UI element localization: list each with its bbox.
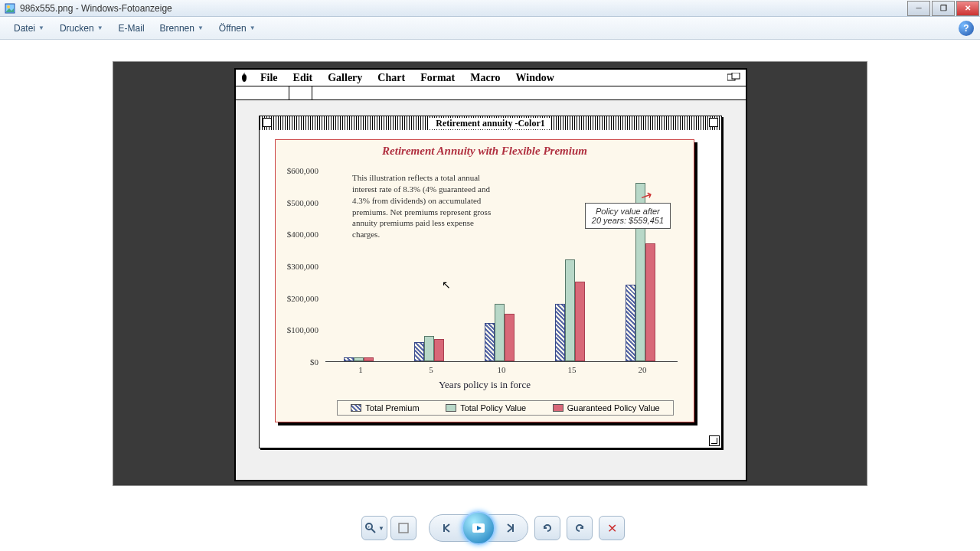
close-button[interactable]: ✕: [956, 1, 979, 16]
bar-total: [424, 336, 434, 361]
x-axis-label: Years policy is in force: [276, 379, 694, 391]
bar-guar: [645, 243, 655, 361]
menu-datei-label: Datei: [14, 23, 35, 34]
mac-document-window: Retirement annuity -Color1 Retirement An…: [259, 116, 722, 448]
legend-total-label: Total Policy Value: [460, 403, 526, 412]
bar-premium: [414, 342, 424, 361]
prev-button[interactable]: [436, 517, 459, 540]
mac-menu-macro: Macro: [462, 70, 508, 86]
svg-rect-7: [399, 523, 408, 533]
bar-total: [565, 259, 575, 361]
mac-close-box: [263, 118, 272, 127]
chart: Retirement Annuity with Flexible Premium…: [275, 139, 694, 422]
mac-window: File Edit Gallery Chart Format Macro Win…: [234, 68, 747, 481]
minimize-button[interactable]: ─: [907, 1, 930, 16]
chevron-down-icon: ▼: [250, 24, 256, 31]
zoom-button[interactable]: +▼: [361, 516, 387, 540]
bar-guar: [505, 314, 514, 362]
mac-menu-file: File: [253, 70, 286, 86]
nav-group: [429, 514, 528, 542]
legend-premium: Total Premium: [351, 403, 419, 412]
chart-title: Retirement Annuity with Flexible Premium: [276, 140, 694, 162]
bar-premium: [344, 357, 354, 361]
rotate-ccw-button[interactable]: [534, 516, 560, 540]
legend-guaranteed-label: Guaranteed Policy Value: [567, 403, 660, 412]
swatch-guaranteed-icon: [553, 404, 564, 412]
chart-callout: Policy value after 20 years: $559,451: [585, 203, 671, 229]
chevron-down-icon: ▼: [198, 24, 204, 31]
menu-brennen-label: Brennen: [160, 23, 194, 34]
legend-total: Total Policy Value: [446, 403, 526, 412]
titlebar: 986x555.png - Windows-Fotoanzeige ─ ❐ ✕: [0, 0, 980, 17]
menu-drucken[interactable]: Drucken▼: [52, 20, 111, 37]
swatch-premium-icon: [351, 404, 361, 412]
mac-resize-box: [709, 435, 720, 446]
chevron-down-icon: ▼: [97, 24, 103, 31]
menu-brennen[interactable]: Brennen▼: [152, 20, 211, 37]
svg-rect-3: [732, 73, 740, 79]
x-tick: 5: [429, 365, 433, 374]
menu-email-label: E-Mail: [119, 23, 145, 34]
svg-text:+: +: [368, 524, 371, 529]
swatch-total-icon: [446, 404, 456, 412]
menu-email[interactable]: E-Mail: [111, 20, 152, 37]
y-tick: $200,000: [287, 294, 318, 303]
bar-guar: [434, 339, 444, 361]
x-axis: 15101520: [325, 365, 678, 377]
maximize-button[interactable]: ❐: [932, 1, 955, 16]
bar-group: [555, 259, 586, 361]
bar-guar: [364, 357, 374, 361]
bar-premium: [555, 304, 565, 361]
mac-menu-gallery: Gallery: [320, 70, 370, 86]
image-viewport: File Edit Gallery Chart Format Macro Win…: [0, 40, 980, 505]
mac-formula-bar: [236, 86, 746, 100]
callout-line2: 20 years: $559,451: [592, 216, 664, 225]
slideshow-button[interactable]: [462, 511, 495, 545]
next-button[interactable]: [498, 517, 521, 540]
menu-oeffnen-label: Öffnen: [219, 23, 247, 34]
menu-datei[interactable]: Datei▼: [6, 20, 52, 37]
bottom-toolbar: +▼ ✕: [0, 505, 980, 551]
callout-line1: Policy value after: [592, 207, 664, 216]
mac-doc-titlebar: Retirement annuity -Color1: [260, 116, 721, 130]
x-tick: 20: [639, 365, 647, 374]
y-tick: $100,000: [287, 325, 318, 334]
bar-total: [495, 304, 505, 361]
rotate-cw-button[interactable]: [567, 516, 593, 540]
chevron-down-icon: ▼: [38, 24, 44, 31]
window-title: 986x555.png - Windows-Fotoanzeige: [20, 3, 172, 14]
bar-total: [354, 357, 364, 361]
help-button[interactable]: ?: [959, 21, 974, 36]
mac-menu-window: Window: [508, 70, 562, 86]
svg-line-5: [371, 529, 375, 533]
delete-button[interactable]: ✕: [599, 516, 625, 540]
legend-premium-label: Total Premium: [365, 403, 419, 412]
menu-oeffnen[interactable]: Öffnen▼: [211, 20, 263, 37]
svg-point-1: [7, 5, 10, 8]
displayed-image: File Edit Gallery Chart Format Macro Win…: [113, 61, 867, 486]
bar-premium: [626, 285, 635, 361]
apple-menu-icon: [236, 73, 253, 83]
mac-menu-format: Format: [413, 70, 462, 86]
bar-group: [344, 357, 374, 361]
chart-legend: Total Premium Total Policy Value Guarant…: [337, 400, 674, 416]
mac-menu-chart: Chart: [370, 70, 413, 86]
mac-doc-title: Retirement annuity -Color1: [430, 118, 550, 129]
x-tick: 15: [568, 365, 577, 374]
chart-annotation-note: This illustration reflects a total annua…: [352, 172, 498, 240]
x-tick: 10: [498, 365, 506, 374]
y-tick: $0: [310, 357, 318, 367]
fit-button[interactable]: [390, 516, 416, 540]
y-axis: $0$100,000$200,000$300,000$400,000$500,0…: [276, 171, 322, 362]
menu-drucken-label: Drucken: [60, 23, 94, 34]
y-tick: $300,000: [287, 262, 318, 271]
y-tick: $400,000: [287, 230, 318, 239]
photo-viewer-window: 986x555.png - Windows-Fotoanzeige ─ ❐ ✕ …: [0, 0, 980, 551]
mac-zoom-box: [709, 118, 718, 127]
mac-menubar: File Edit Gallery Chart Format Macro Win…: [236, 70, 746, 86]
bar-guar: [575, 282, 585, 361]
bar-premium: [485, 323, 495, 361]
multifinder-icon: [723, 72, 746, 84]
bar-group: [414, 336, 445, 361]
app-icon: [3, 2, 17, 15]
